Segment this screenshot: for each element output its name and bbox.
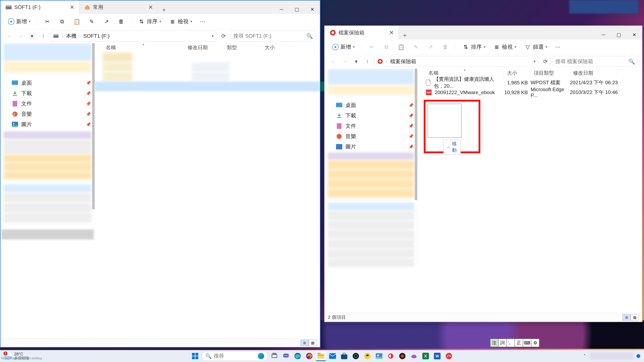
new-button[interactable]: + 新增 ▾ bbox=[5, 16, 34, 27]
col-itemtype[interactable]: 項目類型 bbox=[531, 68, 570, 78]
file-list[interactable]: 名稱▴ 大小 項目類型 修改日期 【實用資訊】健康資訊懶人包，20... 1,9… bbox=[418, 68, 642, 313]
pin-icon[interactable]: 📌 bbox=[86, 81, 91, 85]
app-generic-1[interactable] bbox=[351, 351, 361, 361]
file-list[interactable]: 名稱▴ 修改日期 類型 大小 bbox=[95, 43, 320, 338]
chevron-down-icon[interactable]: ▾ bbox=[212, 34, 214, 38]
view-button[interactable]: ≣ 檢視 ▾ bbox=[490, 42, 520, 52]
pin-icon[interactable]: 📌 bbox=[408, 103, 414, 108]
more-button[interactable]: ⋯ bbox=[197, 17, 208, 26]
back-button[interactable]: ← bbox=[329, 57, 338, 66]
ime-btn[interactable]: 詞 bbox=[498, 339, 506, 347]
ime-btn[interactable]: 正 bbox=[515, 339, 523, 347]
forward-button[interactable]: → bbox=[16, 31, 25, 40]
ime-toolbar[interactable]: 注 詞 '。 正 ⌨ ⚙ bbox=[490, 339, 539, 347]
paste-button[interactable]: 📋 bbox=[70, 16, 84, 26]
nav-music[interactable]: 音樂 📌 bbox=[325, 131, 417, 142]
column-headers[interactable]: 名稱▴ 修改日期 類型 大小 bbox=[95, 43, 320, 52]
tray-notification-dot[interactable] bbox=[636, 354, 640, 358]
bing-icon[interactable] bbox=[258, 353, 264, 359]
close-icon[interactable]: ✕ bbox=[388, 29, 395, 36]
file-row-blurred[interactable] bbox=[103, 62, 314, 71]
chevron-down-icon[interactable]: ▾ bbox=[534, 59, 536, 64]
up-button[interactable]: ↑ bbox=[39, 31, 48, 40]
search-input[interactable] bbox=[233, 33, 306, 39]
app-generic-3[interactable] bbox=[386, 351, 396, 361]
search-box[interactable]: 🔍 bbox=[231, 31, 316, 41]
more-button[interactable]: ⋯ bbox=[552, 42, 564, 52]
breadcrumb-root[interactable]: 本機 bbox=[66, 32, 76, 39]
app-photos[interactable] bbox=[374, 351, 384, 361]
pin-icon[interactable]: 📌 bbox=[408, 134, 414, 139]
pin-icon[interactable]: 📌 bbox=[408, 124, 414, 128]
app-generic-4[interactable] bbox=[397, 351, 407, 361]
taskbar-weather[interactable]: 28°C 多雲時陰 https://hardaway.com.tw/blog bbox=[0, 352, 33, 360]
view-details-button[interactable]: ≣ bbox=[622, 314, 631, 321]
pin-icon[interactable]: 📌 bbox=[86, 112, 91, 117]
app-excel[interactable]: X bbox=[420, 351, 431, 361]
maximize-button[interactable]: ▢ bbox=[289, 4, 304, 14]
nav-documents[interactable]: 文件 📌 bbox=[325, 121, 417, 131]
view-icons-button[interactable]: ▦ bbox=[309, 340, 317, 346]
close-icon[interactable]: ✕ bbox=[148, 4, 154, 10]
new-tab-button[interactable]: ＋ bbox=[158, 5, 170, 14]
minimize-button[interactable]: ─ bbox=[596, 30, 611, 39]
nav-pictures[interactable]: 圖片 📌 bbox=[325, 142, 417, 152]
address-bar[interactable]: › 檔案保險箱 ▾ bbox=[374, 56, 538, 67]
breadcrumb-leaf[interactable]: SOFT1 (F:) bbox=[83, 33, 110, 39]
navigation-pane[interactable]: 桌面 📌 下載 📌 文件 📌 音樂 📌 圖片 📌 bbox=[325, 68, 418, 313]
nav-pictures[interactable]: 圖片 📌 bbox=[0, 119, 95, 130]
close-window-button[interactable]: ✕ bbox=[626, 30, 642, 39]
nav-desktop[interactable]: 桌面 📌 bbox=[0, 78, 95, 88]
maximize-button[interactable]: ▢ bbox=[611, 30, 626, 39]
file-row[interactable]: 【實用資訊】健康資訊懶人包，20... 1,985 KB WPOST 檔案 20… bbox=[418, 78, 642, 87]
new-button[interactable]: + 新增 ▾ bbox=[329, 42, 358, 52]
search-box[interactable]: 🔍 bbox=[553, 56, 638, 67]
app-mail[interactable] bbox=[328, 351, 338, 361]
search-icon[interactable]: 🔍 bbox=[628, 58, 635, 64]
col-size[interactable]: 大小 bbox=[262, 43, 290, 52]
col-type[interactable]: 類型 bbox=[224, 43, 262, 52]
col-name[interactable]: 名稱▴ bbox=[103, 43, 184, 52]
refresh-button[interactable]: ⟳ bbox=[219, 31, 228, 41]
up-button[interactable]: ↑ bbox=[363, 57, 372, 66]
tab-vault[interactable]: 檔案保險箱 ✕ bbox=[325, 26, 398, 39]
pin-icon[interactable]: 📌 bbox=[408, 144, 414, 149]
ime-btn[interactable]: '。 bbox=[506, 339, 515, 347]
app-word[interactable]: W bbox=[432, 351, 442, 361]
app-generic-2[interactable] bbox=[362, 351, 372, 361]
system-tray[interactable]: ˄ bbox=[580, 352, 644, 360]
col-date[interactable]: 修改日期 bbox=[184, 43, 224, 52]
minimize-button[interactable]: ─ bbox=[274, 4, 289, 14]
ime-keyboard-button[interactable]: ⌨ bbox=[523, 339, 531, 347]
share-button[interactable]: ↗ bbox=[424, 42, 437, 52]
view-details-button[interactable]: ≣ bbox=[300, 340, 309, 346]
pin-icon[interactable]: 📌 bbox=[86, 101, 91, 106]
address-bar[interactable]: › 本機 › SOFT1 (F:) ▾ bbox=[50, 31, 216, 41]
close-window-button[interactable]: ✕ bbox=[304, 4, 320, 14]
refresh-button[interactable]: ⟳ bbox=[541, 57, 550, 66]
tab-home[interactable]: 常用 ✕ bbox=[79, 0, 158, 14]
scrollbar-thumb[interactable] bbox=[92, 43, 95, 209]
nav-downloads[interactable]: 下載 📌 bbox=[0, 88, 95, 98]
search-input[interactable] bbox=[555, 58, 628, 64]
col-name[interactable]: 名稱▴ bbox=[425, 68, 504, 78]
pin-icon[interactable]: 📌 bbox=[86, 122, 91, 127]
app-generic-5[interactable] bbox=[409, 351, 419, 361]
search-icon[interactable]: 🔍 bbox=[306, 33, 313, 39]
col-size[interactable]: 大小 bbox=[504, 68, 531, 78]
pin-icon[interactable]: 📌 bbox=[86, 91, 91, 96]
app-edge[interactable] bbox=[292, 351, 303, 361]
delete-button[interactable]: 🗑 bbox=[114, 16, 128, 26]
taskview-button[interactable] bbox=[269, 351, 280, 361]
view-icons-button[interactable]: ▦ bbox=[631, 314, 639, 321]
pin-icon[interactable]: 📌 bbox=[408, 113, 414, 118]
cut-button[interactable]: ✂ bbox=[365, 42, 378, 52]
filter-button[interactable]: ▽ 篩選 ▾ bbox=[521, 42, 550, 52]
explorer-window-1[interactable]: SOFT1 (F:) ✕ 常用 ✕ ＋ ─ ▢ ✕ + 新增 ▾ ✂ ⧉ 📋 ✎… bbox=[0, 0, 320, 348]
copy-button[interactable]: ⧉ bbox=[380, 42, 393, 52]
close-icon[interactable]: ✕ bbox=[69, 4, 75, 10]
explorer-window-2[interactable]: 檔案保險箱 ✕ ＋ ─ ▢ ✕ + 新增 ▾ ✂ ⧉ 📋 ✎ ↗ 🗑 ⇅ 排序 … bbox=[324, 25, 642, 322]
file-row[interactable]: PDF20091222_VMware_ebook 10,928 KB Micro… bbox=[418, 87, 642, 97]
taskbar[interactable]: 28°C 多雲時陰 https://hardaway.com.tw/blog 🔍… bbox=[0, 350, 644, 362]
sort-button[interactable]: ⇅ 排序 ▾ bbox=[135, 16, 164, 27]
